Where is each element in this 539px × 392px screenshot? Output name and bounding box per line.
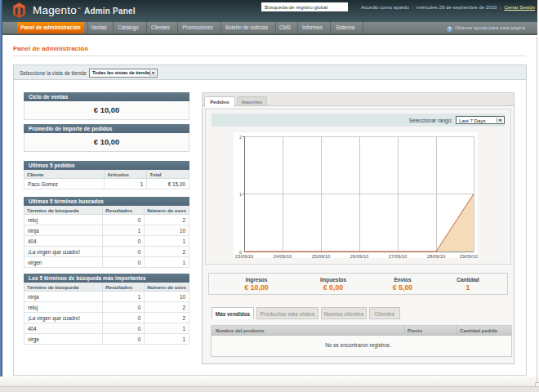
svg-text:25/09/10: 25/09/10	[312, 254, 331, 259]
svg-text:2: 2	[239, 135, 242, 140]
svg-text:24/09/10: 24/09/10	[274, 254, 292, 259]
svg-text:1: 1	[239, 192, 242, 197]
svg-text:26/09/10: 26/09/10	[350, 254, 369, 259]
svg-text:27/09/10: 27/09/10	[389, 254, 408, 259]
svg-text:29/09/10: 29/09/10	[460, 254, 478, 259]
svg-text:23/09/10: 23/09/10	[235, 254, 254, 259]
svg-text:28/09/10: 28/09/10	[427, 254, 446, 259]
